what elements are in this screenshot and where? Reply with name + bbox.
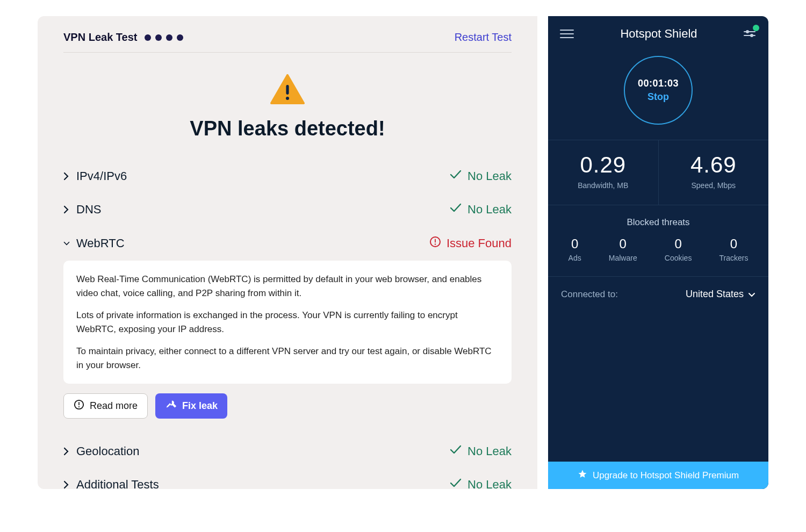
dot-icon <box>155 34 162 41</box>
stat-value: 0.29 <box>553 152 653 178</box>
brand-title: Hotspot Shield <box>620 27 697 41</box>
dot-icon <box>177 34 183 41</box>
stat-label: Speed, Mbps <box>664 181 764 190</box>
test-status: No Leak <box>467 478 512 489</box>
page-title: VPN Leak Test <box>63 31 137 44</box>
stat-value: 4.69 <box>664 152 764 178</box>
test-label: WebRTC <box>76 236 125 250</box>
chevron-right-icon <box>63 172 70 181</box>
threat-value: 0 <box>568 236 581 251</box>
svg-rect-0 <box>286 85 289 95</box>
threat-label: Ads <box>568 254 581 262</box>
test-status: Issue Found <box>447 236 512 250</box>
test-row-geolocation[interactable]: Geolocation No Leak <box>63 435 512 468</box>
read-more-button[interactable]: Read more <box>63 393 148 419</box>
chevron-right-icon <box>63 480 70 489</box>
chevron-down-icon <box>748 289 755 300</box>
threat-cookies: 0 Cookies <box>665 236 692 262</box>
leak-test-header: VPN Leak Test Restart Test <box>63 31 512 53</box>
threat-label: Cookies <box>665 254 692 262</box>
webrtc-detail-card: Web Real-Time Communication (WebRTC) is … <box>63 261 512 384</box>
check-icon <box>449 478 462 489</box>
test-label: Additional Tests <box>76 478 159 489</box>
button-label: Fix leak <box>182 400 218 412</box>
blocked-threats: Blocked threats 0 Ads 0 Malware 0 Cookie… <box>548 205 768 276</box>
test-status: No Leak <box>467 203 512 217</box>
connected-location-selector[interactable]: United States <box>686 289 755 300</box>
stat-label: Bandwidth, MB <box>553 181 653 190</box>
threat-value: 0 <box>719 236 749 251</box>
tools-icon <box>165 399 177 413</box>
test-status: No Leak <box>467 169 512 183</box>
vpn-app-panel: Hotspot Shield 00:01:03 Stop 0.29 Bandwi… <box>548 16 768 489</box>
detail-paragraph: To maintain privacy, either connect to a… <box>76 344 499 372</box>
svg-point-4 <box>435 243 436 245</box>
fix-leak-button[interactable]: Fix leak <box>155 393 227 419</box>
threats-title: Blocked threats <box>555 217 762 228</box>
check-icon <box>449 444 462 458</box>
test-label: DNS <box>76 203 101 217</box>
threat-label: Trackers <box>719 254 749 262</box>
dot-icon <box>166 34 172 41</box>
test-row-dns[interactable]: DNS No Leak <box>63 193 512 226</box>
info-circle-icon <box>74 399 84 413</box>
test-row-webrtc[interactable]: WebRTC Issue Found <box>63 226 512 261</box>
alert-title: VPN leaks detected! <box>63 117 512 140</box>
star-icon <box>578 469 587 481</box>
detail-paragraph: Lots of private information is exchanged… <box>76 308 499 336</box>
dot-icon <box>145 34 151 41</box>
progress-dots <box>145 34 183 41</box>
svg-rect-6 <box>78 402 80 405</box>
test-row-additional[interactable]: Additional Tests No Leak <box>63 468 512 489</box>
threat-malware: 0 Malware <box>609 236 637 262</box>
chevron-down-icon <box>63 241 70 246</box>
svg-rect-3 <box>435 239 436 243</box>
threat-value: 0 <box>665 236 692 251</box>
stats-row: 0.29 Bandwidth, MB 4.69 Speed, Mbps <box>548 140 768 205</box>
check-icon <box>449 203 462 217</box>
connected-label: Connected to: <box>561 289 618 300</box>
speed-stat: 4.69 Speed, Mbps <box>658 140 769 205</box>
upgrade-label: Upgrade to Hotspot Shield Premium <box>593 470 739 481</box>
stop-button[interactable]: Stop <box>647 91 669 103</box>
upgrade-button[interactable]: Upgrade to Hotspot Shield Premium <box>548 462 768 489</box>
chevron-right-icon <box>63 205 70 214</box>
menu-icon[interactable] <box>560 27 574 41</box>
threat-ads: 0 Ads <box>568 236 581 262</box>
connection-timer[interactable]: 00:01:03 Stop <box>624 56 693 125</box>
connected-value: United States <box>686 289 744 300</box>
connected-row: Connected to: United States <box>548 276 768 322</box>
test-status: No Leak <box>467 444 512 458</box>
leak-test-panel: VPN Leak Test Restart Test <box>38 16 537 489</box>
threat-label: Malware <box>609 254 637 262</box>
threat-value: 0 <box>609 236 637 251</box>
check-icon <box>449 169 462 183</box>
timer-value: 00:01:03 <box>638 78 679 89</box>
settings-icon[interactable] <box>744 28 757 39</box>
svg-point-1 <box>286 97 289 100</box>
notification-badge-icon <box>753 25 759 31</box>
detail-paragraph: Web Real-Time Communication (WebRTC) is … <box>76 272 499 300</box>
button-label: Read more <box>90 400 138 412</box>
alert-circle-icon <box>429 236 441 251</box>
test-label: IPv4/IPv6 <box>76 169 127 183</box>
chevron-right-icon <box>63 447 70 456</box>
restart-test-link[interactable]: Restart Test <box>455 31 512 44</box>
test-label: Geolocation <box>76 444 139 458</box>
threat-trackers: 0 Trackers <box>719 236 749 262</box>
warning-icon <box>270 74 305 107</box>
bandwidth-stat: 0.29 Bandwidth, MB <box>548 140 658 205</box>
svg-point-7 <box>78 406 80 407</box>
test-row-ipv[interactable]: IPv4/IPv6 No Leak <box>63 160 512 193</box>
